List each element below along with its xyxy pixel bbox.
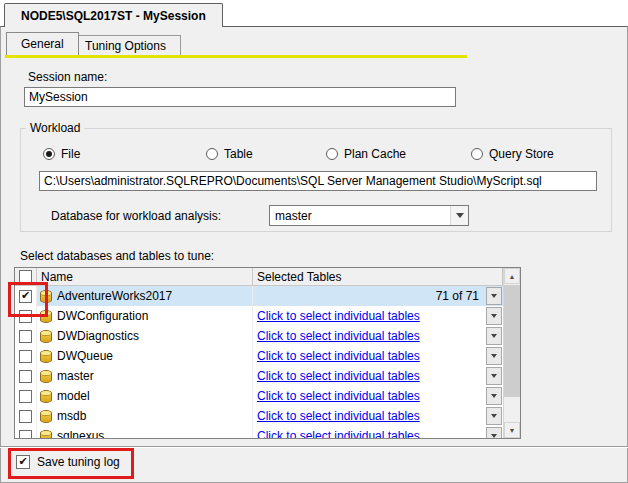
combobox-dropdown-button[interactable] [450,206,468,225]
row-checkbox[interactable] [19,390,32,403]
selected-tables-cell: Click to select individual tables [253,306,503,326]
chevron-down-icon [456,213,464,218]
select-all-checkbox-cell[interactable] [15,268,37,285]
radio-button-icon[interactable] [206,148,218,160]
radio-table[interactable]: Table [206,147,253,161]
row-checkbox[interactable] [19,290,32,303]
radio-file[interactable]: File [43,147,80,161]
database-icon [40,290,52,303]
database-icon [40,330,52,343]
row-checkbox-cell[interactable] [15,286,37,306]
workload-file-input[interactable] [39,171,597,191]
save-tuning-log-checkbox[interactable] [16,455,30,469]
session-name-input[interactable] [24,87,456,107]
row-checkbox-cell[interactable] [15,426,37,439]
session-document-tab[interactable]: NODE5\SQL2017ST - MySession [4,3,223,27]
table-row[interactable]: DWDiagnosticsClick to select individual … [15,326,520,346]
database-name-cell: DWConfiguration [37,306,253,326]
scrollbar-thumb[interactable] [504,285,520,397]
selected-tables-cell: Click to select individual tables [253,426,503,439]
select-tables-link[interactable]: Click to select individual tables [257,329,420,343]
select-tables-link[interactable]: Click to select individual tables [257,369,420,383]
save-tuning-log-label: Save tuning log [37,455,120,469]
row-checkbox-cell[interactable] [15,346,37,366]
grid-header: Name Selected Tables [15,268,520,286]
table-row[interactable]: msdbClick to select individual tables [15,406,520,426]
radio-label: Query Store [489,147,554,161]
row-dropdown-button[interactable] [486,387,502,405]
radio-plan-cache[interactable]: Plan Cache [326,147,406,161]
scroll-up-button[interactable]: ▲ [504,268,520,284]
selected-tables-cell: Click to select individual tables [253,366,503,386]
database-name: msdb [57,409,86,423]
select-databases-label: Select databases and tables to tune: [20,249,214,263]
chevron-down-icon [491,294,497,298]
chevron-down-icon [491,354,497,358]
database-name: DWQueue [57,349,113,363]
radio-label: Table [224,147,253,161]
row-dropdown-button[interactable] [486,367,502,385]
column-header-name[interactable]: Name [37,268,253,285]
table-row[interactable]: masterClick to select individual tables [15,366,520,386]
row-dropdown-button[interactable] [486,427,502,439]
table-row[interactable]: AdventureWorks201771 of 71 [15,286,520,306]
row-checkbox-cell[interactable] [15,326,37,346]
row-checkbox[interactable] [19,430,32,440]
grid-scrollbar[interactable]: ▲ ▼ [503,268,520,438]
radio-query-store[interactable]: Query Store [471,147,554,161]
row-dropdown-button[interactable] [486,307,502,325]
radio-button-icon[interactable] [326,148,338,160]
row-checkbox[interactable] [19,370,32,383]
select-tables-link[interactable]: Click to select individual tables [257,309,420,323]
select-tables-link[interactable]: Click to select individual tables [257,429,420,439]
table-row[interactable]: sqlnexusClick to select individual table… [15,426,520,439]
tab-general[interactable]: General [6,32,79,55]
tab-general-label: General [21,37,64,51]
row-checkbox[interactable] [19,330,32,343]
row-dropdown-button[interactable] [486,287,502,305]
selected-tables-cell: 71 of 71 [253,286,503,306]
scroll-down-icon: ▼ [509,427,516,434]
row-dropdown-button[interactable] [486,407,502,425]
row-checkbox-cell[interactable] [15,366,37,386]
select-tables-link[interactable]: Click to select individual tables [257,389,420,403]
radio-label: File [61,147,80,161]
selected-tables-cell: Click to select individual tables [253,386,503,406]
database-name: model [57,389,90,403]
scroll-down-button[interactable]: ▼ [504,422,520,438]
row-checkbox-cell[interactable] [15,306,37,326]
radio-label: Plan Cache [344,147,406,161]
row-checkbox[interactable] [19,310,32,323]
select-tables-link[interactable]: Click to select individual tables [257,349,420,363]
tab-tuning-options[interactable]: Tuning Options [70,35,181,55]
chevron-down-icon [491,374,497,378]
database-name-cell: msdb [37,406,253,426]
database-name-cell: master [37,366,253,386]
select-tables-link[interactable]: Click to select individual tables [257,409,420,423]
save-tuning-log[interactable]: Save tuning log [16,455,120,469]
session-tab-title: NODE5\SQL2017ST - MySession [21,9,206,23]
workload-database-combobox[interactable]: master [269,205,469,226]
database-name: DWConfiguration [57,309,148,323]
database-name: sqlnexus [57,429,104,439]
chevron-down-icon [491,434,497,438]
column-header-selected-tables[interactable]: Selected Tables [253,268,503,285]
radio-button-icon[interactable] [471,148,483,160]
radio-button-icon[interactable] [43,148,55,160]
table-row[interactable]: DWQueueClick to select individual tables [15,346,520,366]
workload-database-label: Database for workload analysis: [51,209,221,223]
row-checkbox-cell[interactable] [15,386,37,406]
row-checkbox[interactable] [19,350,32,363]
row-dropdown-button[interactable] [486,327,502,345]
row-dropdown-button[interactable] [486,347,502,365]
row-checkbox[interactable] [19,410,32,423]
footer-separator [0,446,628,448]
row-checkbox-cell[interactable] [15,406,37,426]
chevron-down-icon [491,334,497,338]
database-icon [40,310,52,323]
selected-tables-cell: Click to select individual tables [253,406,503,426]
table-row[interactable]: DWConfigurationClick to select individua… [15,306,520,326]
selected-tables-count: 71 of 71 [436,289,479,303]
table-row[interactable]: modelClick to select individual tables [15,386,520,406]
select-all-checkbox[interactable] [19,270,32,283]
